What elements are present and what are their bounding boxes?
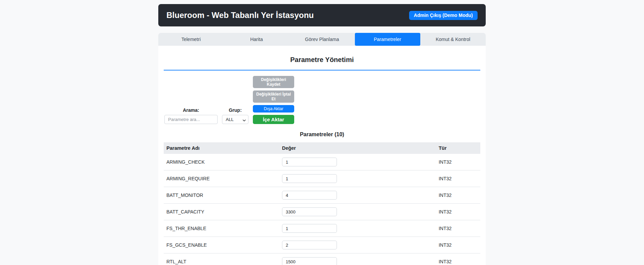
tab-label: Harita [250,37,263,42]
param-value-cell [279,220,436,237]
param-name: BATT_CAPACITY [164,204,279,220]
col-header-type: Tür [436,142,480,154]
param-type: INT32 [436,170,480,187]
table-row: BATT_MONITOR INT32 [164,187,480,204]
search-field-group: Arama: [164,107,218,124]
action-button-stack: Değişiklikleri Kaydet Değişiklikleri İpt… [253,76,294,124]
tab-gorev-planlama[interactable]: Görev Planlama [289,33,355,46]
table-row: FS_GCS_ENABLE INT32 [164,237,480,253]
tab-komut-kontrol[interactable]: Komut & Kontrol [420,33,486,46]
group-label: Grup: [229,107,242,113]
param-type: INT32 [436,187,480,204]
col-header-value: Değer [279,142,436,154]
export-button[interactable]: Dışa Aktar [253,105,294,113]
group-select-wrap: ALL [222,115,248,124]
group-field-group: Grup: ALL [222,107,248,124]
controls-row: Arama: Grup: ALL Değişiklikleri Kaydet D… [164,76,480,124]
param-table-body: ARMING_CHECK INT32 ARMING_REQUIRE INT32 … [164,154,480,265]
admin-logout-button[interactable]: Admin Çıkış (Demo Modu) [409,11,478,20]
tab-telemetri[interactable]: Telemetri [158,33,224,46]
param-type: INT32 [436,204,480,220]
parameter-table: Parametre Adı Değer Tür ARMING_CHECK INT… [164,142,480,265]
param-value-cell [279,204,436,220]
tab-bar: Telemetri Harita Görev Planlama Parametr… [158,33,486,46]
app-title: Blueroom - Web Tabanlı Yer İstasyonu [166,11,314,20]
param-value-cell [279,170,436,187]
param-name: ARMING_CHECK [164,154,279,170]
cancel-changes-button[interactable]: Değişiklikleri İptal Et [253,90,294,103]
param-value-cell [279,187,436,204]
param-value-input[interactable] [282,241,337,249]
tab-label: Telemetri [181,37,201,42]
param-name: FS_GCS_ENABLE [164,237,279,253]
content-card: Parametre Yönetimi Arama: Grup: ALL D [158,46,486,265]
table-row: ARMING_REQUIRE INT32 [164,170,480,187]
param-name: BATT_MONITOR [164,187,279,204]
param-name: ARMING_REQUIRE [164,170,279,187]
tab-label: Görev Planlama [305,37,339,42]
page-title: Parametre Yönetimi [164,56,480,70]
table-header-row: Parametre Adı Değer Tür [164,142,480,154]
import-button[interactable]: İçe Aktar [253,115,294,124]
tab-parametreler[interactable]: Parametreler [355,33,420,46]
param-name: FS_THR_ENABLE [164,220,279,237]
param-value-input[interactable] [282,257,337,265]
group-select[interactable]: ALL [222,115,248,124]
param-name: RTL_ALT [164,253,279,265]
main-container: Blueroom - Web Tabanlı Yer İstasyonu Adm… [158,0,486,265]
app-header: Blueroom - Web Tabanlı Yer İstasyonu Adm… [158,4,486,26]
param-value-input[interactable] [282,158,337,166]
param-value-cell [279,253,436,265]
parameters-count-heading: Parametreler (10) [164,131,480,138]
search-label: Arama: [183,107,199,113]
param-value-cell [279,237,436,253]
param-value-cell [279,154,436,170]
save-changes-button[interactable]: Değişiklikleri Kaydet [253,76,294,88]
table-row: BATT_CAPACITY INT32 [164,204,480,220]
param-value-input[interactable] [282,174,337,183]
param-type: INT32 [436,253,480,265]
search-input[interactable] [164,115,218,124]
param-value-input[interactable] [282,191,337,200]
param-type: INT32 [436,220,480,237]
tab-label: Parametreler [374,37,401,42]
table-row: FS_THR_ENABLE INT32 [164,220,480,237]
param-value-input[interactable] [282,224,337,233]
table-row: RTL_ALT INT32 [164,253,480,265]
param-type: INT32 [436,237,480,253]
param-value-input[interactable] [282,207,337,216]
table-row: ARMING_CHECK INT32 [164,154,480,170]
tab-label: Komut & Kontrol [436,37,470,42]
param-type: INT32 [436,154,480,170]
col-header-name: Parametre Adı [164,142,279,154]
tab-harita[interactable]: Harita [224,33,289,46]
